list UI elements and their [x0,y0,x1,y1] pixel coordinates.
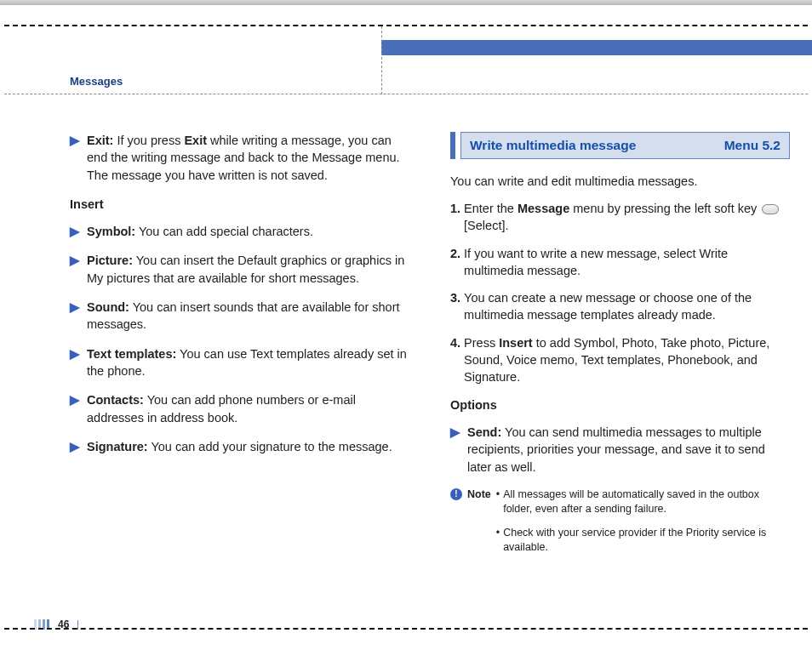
item-label: Picture: [87,254,133,267]
chevron-right-icon: ▶ [70,252,80,287]
list-item: ▶ Symbol: You can add special characters… [70,223,409,240]
insert-heading: Insert [70,196,409,213]
right-column: Write multimedia message Menu 5.2 You ca… [450,132,790,564]
item-label: Send: [467,425,501,439]
note-item: •All messages will be automatically save… [496,488,790,517]
item-label: Signature: [87,440,148,453]
header-blue-bar [381,40,812,55]
note-block: ! Note •All messages will be automatical… [450,488,790,564]
step-text: Press Insert to add Symbol, Photo, Take … [464,334,790,386]
soft-key-icon [762,204,779,214]
step-text: If you want to write a new message, sele… [464,245,790,280]
note-text: All messages will be automatically saved… [503,488,790,517]
text-fragment: If you press [113,134,184,147]
item-label: Contacts: [87,393,144,407]
text-fragment: You can insert sounds that are available… [87,300,400,331]
step-item: 4. Press Insert to add Symbol, Photo, Ta… [450,334,790,386]
item-key: Exit [184,134,207,147]
header-underline [4,94,808,94]
title-body: Write multimedia message Menu 5.2 [460,132,790,159]
chevron-right-icon: ▶ [70,223,80,240]
text-fragment: Press [464,336,499,350]
list-item-text: Send: You can send multimedia messages t… [467,424,790,476]
chevron-right-icon: ▶ [70,132,80,184]
text-fragment: You can add special characters. [135,225,313,238]
step-number: 2. [450,245,460,280]
list-item-text: Text templates: You can use Text templat… [87,345,409,380]
list-item: ▶ Picture: You can insert the Default gr… [70,252,409,287]
step-number: 1. [450,200,460,235]
list-item-text: Exit: If you press Exit while writing a … [87,132,409,184]
note-text: Check with your service provider if the … [503,526,790,556]
section-header: Messages [70,75,123,88]
step-item: 2. If you want to write a new message, s… [450,245,790,280]
list-item-text: Signature: You can add your signature to… [87,438,409,455]
item-label: Text templates: [87,347,176,361]
text-fragment: You can insert the Default graphics or g… [87,254,404,284]
top-gradient-bar [0,0,812,5]
text-fragment: You can add your signature to the messag… [148,440,392,453]
list-item-send: ▶ Send: You can send multimedia messages… [450,424,790,476]
chevron-right-icon: ▶ [70,391,80,426]
page-border-bottom [4,628,808,630]
chevron-right-icon: ▶ [70,345,80,380]
title-marker-icon [450,132,455,159]
list-item: ▶ Text templates: You can use Text templ… [70,345,409,380]
bullet-icon: • [496,526,500,556]
text-fragment: [Select]. [464,219,508,232]
list-item-exit: ▶ Exit: If you press Exit while writing … [70,132,409,184]
section-title: Write multimedia message Menu 5.2 [450,132,790,159]
chevron-right-icon: ▶ [450,424,460,476]
list-item-text: Picture: You can insert the Default grap… [87,252,409,287]
step-item: 3. You can create a new message or choos… [450,289,790,324]
left-column: ▶ Exit: If you press Exit while writing … [70,132,409,564]
text-fragment: You can send multimedia messages to mult… [467,425,765,474]
text-fragment: menu by pressing the left soft key [569,202,760,215]
item-label: Sound: [87,300,129,314]
item-label: Exit: [87,134,113,147]
step-text: Enter the Message menu by pressing the l… [464,200,790,235]
list-item-text: Sound: You can insert sounds that are av… [87,299,409,334]
list-item: ▶ Sound: You can insert sounds that are … [70,299,409,334]
options-heading: Options [450,396,790,413]
text-fragment: Enter the [464,202,518,215]
list-item: ▶ Contacts: You can add phone numbers or… [70,391,409,426]
column-divider-dash [381,26,382,94]
step-number: 3. [450,289,460,324]
step-text: You can create a new message or choose o… [464,289,790,324]
step-number: 4. [450,334,460,386]
note-bullets: •All messages will be automatically save… [496,488,790,564]
item-label: Symbol: [87,225,135,238]
section-menu-ref: Menu 5.2 [724,136,781,155]
bold-fragment: Insert [499,336,533,350]
note-item: •Check with your service provider if the… [496,526,790,556]
step-item: 1. Enter the Message menu by pressing th… [450,200,790,235]
bullet-icon: • [496,488,500,517]
note-label: Note [467,488,491,564]
bold-fragment: Message [518,202,569,215]
list-item: ▶ Signature: You can add your signature … [70,438,409,455]
section-title-text: Write multimedia message [470,136,636,155]
content-columns: ▶ Exit: If you press Exit while writing … [70,132,790,564]
page-border-top [4,25,808,26]
info-icon: ! [450,488,462,500]
list-item-text: Contacts: You can add phone numbers or e… [87,391,409,426]
chevron-right-icon: ▶ [70,299,80,334]
intro-text: You can write and edit multimedia messag… [450,173,790,190]
list-item-text: Symbol: You can add special characters. [87,223,409,240]
chevron-right-icon: ▶ [70,438,80,455]
